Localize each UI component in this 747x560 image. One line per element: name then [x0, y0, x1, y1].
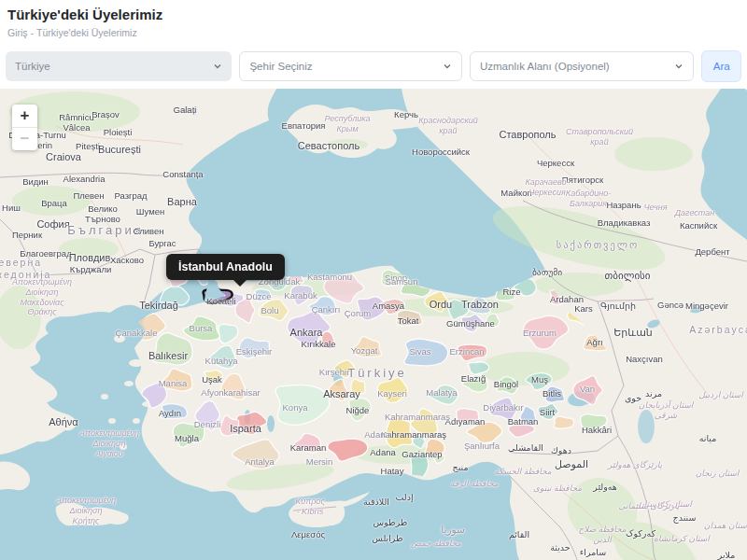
- map-tooltip: İstanbul Anadolu: [166, 254, 285, 280]
- breadcrumb-current: Türkiye'deki Üyelerimiz: [36, 27, 137, 38]
- zoom-out-button[interactable]: −: [12, 128, 37, 150]
- zoom-in-button[interactable]: +: [12, 105, 37, 128]
- province-shape[interactable]: [239, 338, 269, 358]
- country-select[interactable]: Türkiye: [6, 51, 232, 81]
- breadcrumb-separator: -: [31, 27, 35, 38]
- breadcrumb: Giriş-Türkiye'deki Üyelerimiz: [7, 27, 740, 38]
- specialty-select-placeholder: Uzmanlık Alanı (Opsiyonel): [480, 61, 610, 72]
- city-select[interactable]: Şehir Seçiniz: [239, 51, 462, 81]
- province-shape[interactable]: [351, 379, 365, 396]
- province-shape[interactable]: [457, 409, 479, 423]
- chevron-down-icon: [443, 62, 452, 71]
- map-zoom-control: + −: [12, 105, 37, 150]
- basemap: [0, 89, 747, 560]
- page-title: Türkiye'deki Üyelerimiz: [7, 7, 740, 22]
- province-shape[interactable]: [255, 289, 271, 301]
- city-select-placeholder: Şehir Seçiniz: [249, 61, 312, 72]
- province-shape[interactable]: [554, 416, 573, 428]
- country-select-value: Türkiye: [15, 61, 50, 72]
- page-header: Türkiye'deki Üyelerimiz Giriş-Türkiye'de…: [0, 0, 747, 38]
- chevron-down-icon: [213, 62, 222, 71]
- specialty-select[interactable]: Uzmanlık Alanı (Opsiyonel): [470, 51, 695, 81]
- breadcrumb-home[interactable]: Giriş: [7, 27, 28, 38]
- province-shape[interactable]: [161, 404, 187, 419]
- province-shape[interactable]: [288, 273, 303, 284]
- search-button[interactable]: Ara: [701, 50, 741, 82]
- province-shape[interactable]: [382, 270, 405, 286]
- map-tooltip-text: İstanbul Anadolu: [178, 260, 273, 273]
- chevron-down-icon: [674, 62, 684, 71]
- province-shape[interactable]: [404, 339, 448, 366]
- filter-bar: Türkiye Şehir Seçiniz Uzmanlık Alanı (Op…: [0, 51, 747, 81]
- turkey-members-map[interactable]: GalațiBrașovPloieștiRâmnicu VâlceaPiteșt…: [0, 89, 747, 560]
